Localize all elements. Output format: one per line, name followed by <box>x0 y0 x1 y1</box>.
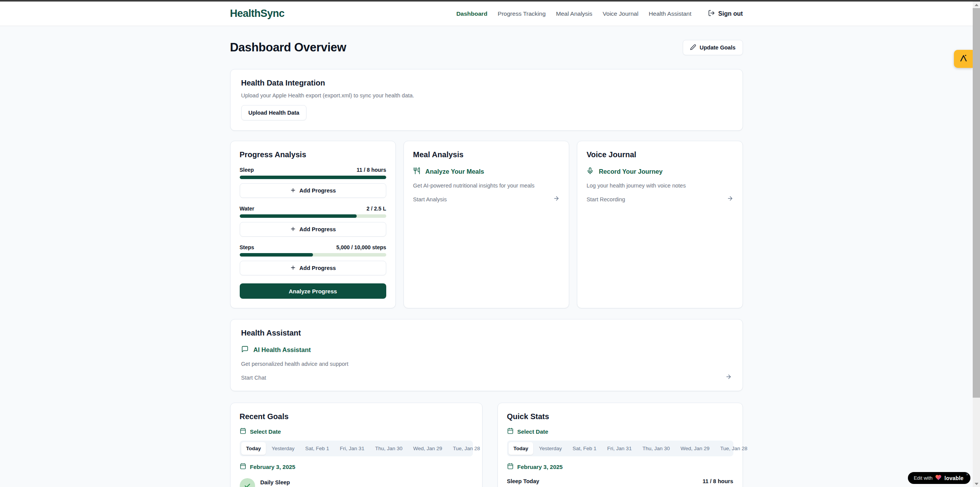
nav-voice-journal[interactable]: Voice Journal <box>603 10 638 17</box>
recent-goals-card: Recent Goals Select Date Today Yesterday… <box>230 403 483 487</box>
health-assistant-card: Health Assistant AI Health Assistant Get… <box>230 319 743 391</box>
tab-wed-jan-29[interactable]: Wed, Jan 29 <box>408 442 447 455</box>
sleep-progress-fill <box>240 176 386 179</box>
tab-today[interactable]: Today <box>509 442 534 455</box>
add-progress-sleep-button[interactable]: Add Progress <box>240 183 386 198</box>
start-analysis-label: Start Analysis <box>413 196 447 202</box>
tab-tue-jan-28[interactable]: Tue, Jan 28 <box>448 442 485 455</box>
add-progress-steps-button[interactable]: Add Progress <box>240 261 386 275</box>
start-recording-label: Start Recording <box>586 196 625 202</box>
sign-out-button[interactable]: Sign out <box>708 10 743 18</box>
tab-yesterday[interactable]: Yesterday <box>267 442 300 455</box>
start-recording-link[interactable]: Start Recording <box>586 195 733 203</box>
date-tabs: Today Yesterday Sat, Feb 1 Fri, Jan 31 T… <box>240 441 473 456</box>
selected-date-label: February 3, 2025 <box>517 464 563 470</box>
analyze-your-meals-link[interactable]: Analyze Your Meals <box>413 167 560 176</box>
start-chat-label: Start Chat <box>241 375 266 381</box>
tab-tue-jan-28[interactable]: Tue, Jan 28 <box>715 442 753 455</box>
voice-card-description: Log your health journey with voice notes <box>586 183 733 189</box>
selected-date-display: February 3, 2025 <box>507 463 733 471</box>
start-chat-link[interactable]: Start Chat <box>241 373 732 382</box>
add-progress-label: Add Progress <box>300 226 336 232</box>
calendar-icon <box>240 463 246 471</box>
tab-thu-jan-30[interactable]: Thu, Jan 30 <box>637 442 675 455</box>
meal-analysis-card: Meal Analysis Analyze Your Meals Get AI-… <box>404 141 569 308</box>
select-date-label: Select Date <box>250 428 281 435</box>
start-analysis-link[interactable]: Start Analysis <box>413 195 560 203</box>
main-nav: Dashboard Progress Tracking Meal Analysi… <box>456 10 743 18</box>
quick-stats-card: Quick Stats Select Date Today Yesterday … <box>497 403 743 487</box>
tab-fri-jan-31[interactable]: Fri, Jan 31 <box>602 442 637 455</box>
log-out-icon <box>708 10 715 18</box>
update-goals-label: Update Goals <box>700 44 735 51</box>
lovable-caret-icon <box>959 54 968 64</box>
calendar-icon <box>507 428 514 435</box>
voice-card-title: Voice Journal <box>586 150 733 159</box>
nav-health-assistant[interactable]: Health Assistant <box>649 10 691 17</box>
plus-icon <box>290 187 296 194</box>
tab-sat-feb-1[interactable]: Sat, Feb 1 <box>568 442 601 455</box>
edit-with-lovable-badge[interactable]: Edit with lovable × <box>908 472 970 484</box>
plus-icon <box>290 226 296 233</box>
analyze-your-meals-label: Analyze Your Meals <box>425 168 484 175</box>
tab-yesterday[interactable]: Yesterday <box>534 442 567 455</box>
assistant-card-description: Get personalized health advice and suppo… <box>241 361 732 367</box>
tab-fri-jan-31[interactable]: Fri, Jan 31 <box>335 442 369 455</box>
lovable-selector-fab[interactable] <box>954 50 973 68</box>
arrow-right-icon <box>725 373 732 382</box>
scrollbar-thumb[interactable] <box>973 8 980 398</box>
badge-close-icon[interactable]: × <box>966 472 968 477</box>
update-goals-button[interactable]: Update Goals <box>683 40 743 55</box>
meal-card-description: Get AI-powered nutritional insights for … <box>413 183 560 189</box>
add-progress-water-button[interactable]: Add Progress <box>240 222 386 237</box>
tab-today[interactable]: Today <box>241 442 266 455</box>
nav-meal-analysis[interactable]: Meal Analysis <box>556 10 593 17</box>
ai-health-assistant-link[interactable]: AI Health Assistant <box>241 346 732 354</box>
tab-wed-jan-29[interactable]: Wed, Jan 29 <box>675 442 715 455</box>
selected-date-label: February 3, 2025 <box>250 464 295 470</box>
heart-gradient-icon <box>935 474 942 482</box>
microphone-icon <box>586 167 594 176</box>
assistant-card-title: Health Assistant <box>241 329 732 337</box>
ai-health-assistant-label: AI Health Assistant <box>254 346 311 354</box>
meal-card-title: Meal Analysis <box>413 150 560 159</box>
progress-card-title: Progress Analysis <box>240 150 386 159</box>
lovable-brand-label: lovable <box>944 475 964 481</box>
sleep-progress-bar <box>240 176 386 179</box>
goal-item-daily-sleep: Daily Sleep 11 / 8 hours <box>240 478 473 487</box>
calendar-icon <box>240 428 246 435</box>
quick-stats-title: Quick Stats <box>507 412 733 421</box>
select-date-button[interactable]: Select Date <box>240 428 473 435</box>
scrollbar-down-arrow[interactable] <box>973 480 980 487</box>
tab-sat-feb-1[interactable]: Sat, Feb 1 <box>300 442 334 455</box>
sleep-value: 11 / 8 hours <box>357 167 386 173</box>
pencil-icon <box>690 44 696 51</box>
metric-steps: Steps 5,000 / 10,000 steps Add Progress <box>240 244 386 275</box>
nav-progress-tracking[interactable]: Progress Tracking <box>498 10 546 17</box>
add-progress-label: Add Progress <box>300 265 336 271</box>
tab-thu-jan-30[interactable]: Thu, Jan 30 <box>370 442 407 455</box>
upload-health-data-button[interactable]: Upload Health Data <box>241 105 307 120</box>
water-label: Water <box>240 206 254 212</box>
arrow-right-icon <box>727 195 733 203</box>
water-progress-fill <box>240 214 357 218</box>
voice-journal-card: Voice Journal Record Your Journey Log yo… <box>577 141 743 308</box>
nav-dashboard[interactable]: Dashboard <box>456 10 488 17</box>
app-logo[interactable]: HealthSync <box>230 8 285 20</box>
sleep-label: Sleep <box>240 167 254 173</box>
edit-with-label: Edit with <box>914 475 932 481</box>
chat-bubble-icon <box>241 346 249 354</box>
metric-sleep: Sleep 11 / 8 hours Add Progress <box>240 167 386 198</box>
select-date-button[interactable]: Select Date <box>507 428 733 435</box>
scrollbar-up-arrow[interactable] <box>973 2 980 8</box>
vertical-scrollbar[interactable] <box>973 0 980 487</box>
record-your-journey-link[interactable]: Record Your Journey <box>586 167 733 176</box>
sign-out-label: Sign out <box>718 10 743 17</box>
top-navbar: HealthSync Dashboard Progress Tracking M… <box>0 2 973 26</box>
water-value: 2 / 2.5 L <box>366 206 386 212</box>
arrow-right-icon <box>553 195 560 203</box>
analyze-progress-button[interactable]: Analyze Progress <box>240 283 386 299</box>
select-date-label: Select Date <box>517 428 548 435</box>
goal-name: Daily Sleep <box>260 479 290 485</box>
add-progress-label: Add Progress <box>300 188 336 194</box>
